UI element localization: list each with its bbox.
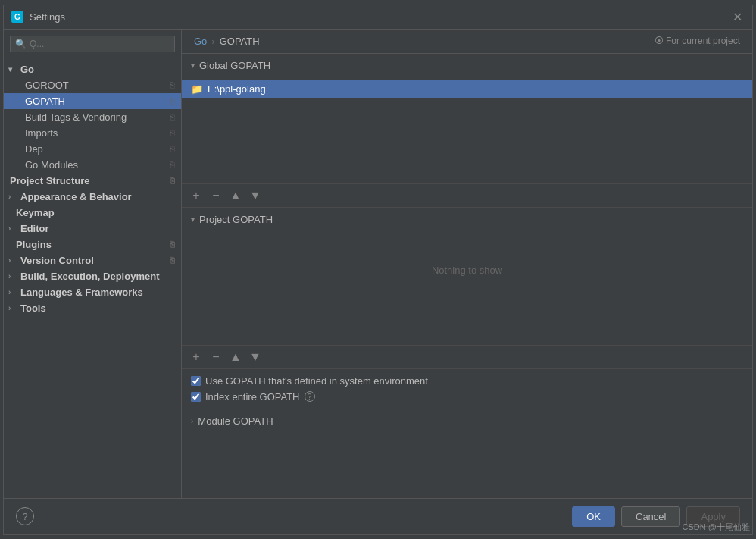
breadcrumb-sep: ›: [211, 36, 214, 47]
sidebar-item-label-build-exec: Build, Execution, Deployment: [20, 271, 159, 282]
project-gopath-title: Project GOPATH: [199, 214, 273, 225]
sidebar-item-dep[interactable]: Dep ⎘: [4, 141, 181, 157]
options-area: Use GOPATH that's defined in system envi…: [182, 369, 752, 409]
sidebar-item-label-goroot: GOROOT: [25, 80, 69, 91]
copy-icon-imports: ⎘: [170, 128, 175, 137]
help-icon[interactable]: ?: [305, 391, 315, 402]
sidebar-item-label-appearance: Appearance & Behavior: [20, 191, 132, 202]
close-button[interactable]: ✕: [729, 9, 745, 24]
sidebar-item-goroot[interactable]: GOROOT ⎘: [4, 77, 181, 93]
copy-icon-build-tags: ⎘: [170, 112, 175, 121]
breadcrumb-root[interactable]: Go: [194, 36, 207, 47]
nothing-to-show-label: Nothing to show: [182, 234, 752, 342]
project-gopath-section: ▾ Project GOPATH Nothing to show + − ▲ ▼: [182, 208, 752, 369]
project-down-button[interactable]: ▼: [247, 349, 264, 365]
copy-icon-go-modules: ⎘: [170, 160, 175, 169]
sidebar-item-editor[interactable]: › Editor: [4, 221, 181, 237]
copy-icon-plugins: ⎘: [170, 240, 175, 249]
sidebar-item-keymap[interactable]: Keymap: [4, 205, 181, 221]
global-path-item[interactable]: 📁 E:\ppl-golang: [182, 80, 752, 98]
expand-arrow-build: ›: [8, 272, 17, 280]
global-gopath-title: Global GOPATH: [199, 60, 270, 71]
copy-icon-gopath: ⎘: [170, 96, 175, 105]
watermark: CSDN @十尾仙雅: [683, 522, 750, 533]
global-down-button[interactable]: ▼: [247, 187, 264, 204]
global-gopath-header[interactable]: ▾ Global GOPATH: [182, 54, 752, 77]
main-panel: Go › GOPATH ⦿ For current project ▾ Glob…: [182, 30, 752, 498]
project-gopath-expand-icon: ▾: [191, 215, 195, 224]
sidebar-item-build-tags[interactable]: Build Tags & Vendoring ⎘: [4, 109, 181, 125]
global-up-button[interactable]: ▲: [227, 187, 244, 204]
nav-tree: ▾ Go GOROOT ⎘ GOPATH ⎘ Build Tags & Vend…: [4, 58, 181, 498]
sidebar-item-gopath[interactable]: GOPATH ⎘: [4, 93, 181, 109]
sidebar-item-go-modules[interactable]: Go Modules ⎘: [4, 157, 181, 173]
global-gopath-body: 📁 E:\ppl-golang: [182, 77, 752, 183]
global-gopath-expand-icon: ▾: [191, 61, 195, 70]
footer: ? OK Cancel Apply: [4, 498, 752, 534]
index-entire-checkbox[interactable]: [191, 392, 201, 402]
global-path-value: E:\ppl-golang: [208, 83, 266, 95]
project-gopath-header[interactable]: ▾ Project GOPATH: [182, 208, 752, 231]
search-input[interactable]: [30, 39, 170, 49]
dialog-title: Settings: [30, 11, 729, 23]
sidebar-item-tools[interactable]: › Tools: [4, 300, 181, 316]
for-project-link[interactable]: ⦿ For current project: [654, 36, 740, 46]
search-icon: 🔍: [15, 39, 27, 49]
sidebar-item-label-version-control: Version Control: [20, 255, 94, 266]
expand-arrow-tools: ›: [8, 304, 17, 312]
project-gopath-body: Nothing to show: [182, 231, 752, 345]
expand-arrow-vc: ›: [8, 256, 17, 265]
copy-icon-goroot: ⎘: [170, 80, 175, 89]
settings-dialog: G Settings ✕ 🔍 ▾ Go GOROOT ⎘: [3, 5, 753, 535]
copy-icon-project-structure: ⎘: [170, 176, 175, 185]
module-gopath-title: Module GOPATH: [198, 415, 273, 427]
module-gopath-section[interactable]: › Module GOPATH: [182, 409, 752, 433]
search-box[interactable]: 🔍: [10, 36, 175, 52]
sidebar-item-label-project-structure: Project Structure: [10, 175, 89, 186]
sidebar-item-appearance[interactable]: › Appearance & Behavior: [4, 189, 181, 205]
project-up-button[interactable]: ▲: [227, 349, 244, 365]
sidebar-item-languages[interactable]: › Languages & Frameworks: [4, 284, 181, 300]
ok-button[interactable]: OK: [572, 506, 615, 527]
expand-arrow-editor: ›: [8, 224, 17, 233]
use-system-env-label: Use GOPATH that's defined in system envi…: [205, 375, 428, 387]
use-system-env-checkbox[interactable]: [191, 376, 201, 386]
global-add-button[interactable]: +: [188, 187, 205, 204]
help-button[interactable]: ?: [16, 507, 34, 525]
sidebar-item-label-keymap: Keymap: [16, 207, 55, 218]
folder-icon: 📁: [191, 83, 203, 95]
sidebar-item-label-go: Go: [20, 64, 34, 75]
use-system-env-row[interactable]: Use GOPATH that's defined in system envi…: [191, 375, 743, 387]
copy-icon-vc: ⎘: [170, 255, 175, 265]
sidebar-item-plugins[interactable]: Plugins ⎘: [4, 237, 181, 252]
sidebar-item-label-build-tags: Build Tags & Vendoring: [25, 111, 127, 123]
global-remove-button[interactable]: −: [208, 187, 224, 204]
app-icon: G: [11, 11, 23, 23]
index-entire-row[interactable]: Index entire GOPATH ?: [191, 391, 743, 403]
global-gopath-section: ▾ Global GOPATH 📁 E:\ppl-golang + − ▲ ▼: [182, 54, 752, 208]
index-entire-label: Index entire GOPATH: [205, 391, 300, 403]
expand-arrow-go: ▾: [8, 65, 17, 74]
cancel-button[interactable]: Cancel: [621, 506, 680, 527]
sidebar-item-label-go-modules: Go Modules: [25, 159, 78, 171]
breadcrumb: Go › GOPATH ⦿ For current project: [182, 30, 752, 54]
sidebar-item-label-plugins: Plugins: [16, 239, 52, 250]
sidebar-item-label-editor: Editor: [20, 223, 49, 234]
project-remove-button[interactable]: −: [208, 349, 224, 365]
module-gopath-expand-icon: ›: [191, 417, 193, 425]
sidebar-item-label-tools: Tools: [20, 302, 46, 314]
sidebar-item-label-gopath: GOPATH: [25, 96, 65, 107]
sidebar-item-label-imports: Imports: [25, 127, 58, 139]
project-gopath-toolbar: + − ▲ ▼: [182, 345, 752, 368]
sidebar-item-build-exec[interactable]: › Build, Execution, Deployment: [4, 268, 181, 284]
sidebar-item-label-dep: Dep: [25, 143, 43, 155]
project-add-button[interactable]: +: [188, 349, 205, 365]
sidebar-item-project-structure[interactable]: Project Structure ⎘: [4, 173, 181, 189]
sidebar-item-imports[interactable]: Imports ⎘: [4, 125, 181, 141]
title-bar: G Settings ✕: [4, 5, 752, 30]
copy-icon-dep: ⎘: [170, 144, 175, 153]
sidebar-item-version-control[interactable]: › Version Control ⎘: [4, 252, 181, 268]
sidebar-item-go[interactable]: ▾ Go: [4, 61, 181, 77]
breadcrumb-current: GOPATH: [220, 36, 260, 47]
main-content: 🔍 ▾ Go GOROOT ⎘ GOPATH ⎘ Build: [4, 30, 752, 498]
